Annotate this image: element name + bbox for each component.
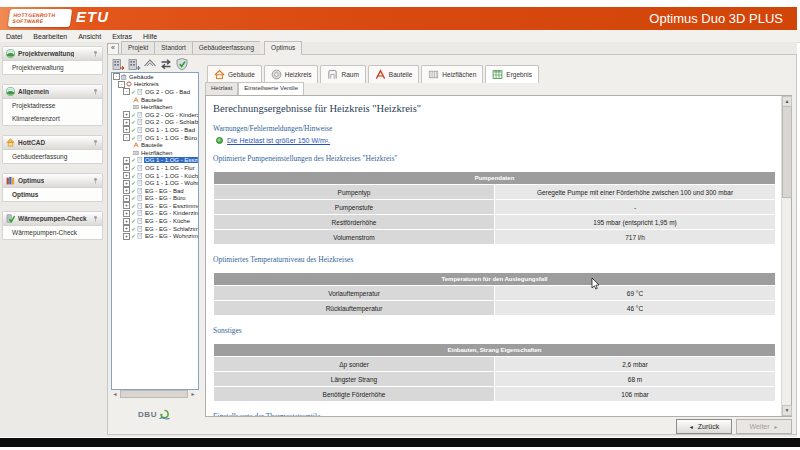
sidebar-section-header-w-rmepumpen-check[interactable]: Wärmepumpen-Check [3, 212, 102, 226]
pin-icon[interactable] [92, 88, 99, 95]
tree-item[interactable]: +✓OG 1 - 1.OG - Bad [112, 126, 198, 134]
scroll-right-icon[interactable]: ► [189, 390, 197, 398]
swap-arrows-icon[interactable] [159, 57, 173, 71]
tree-item[interactable]: -✓OG 2 - OG - Bad [112, 88, 198, 96]
tree-expander-icon[interactable]: - [123, 88, 130, 95]
workspace-tab-geb-udeerfassung[interactable]: Gebäudeerfassung [192, 41, 260, 55]
tree-expander-icon[interactable]: - [113, 73, 120, 80]
tab-ergebnis[interactable]: Ergebnis [485, 65, 539, 83]
wizard-button-bar: ◄ Zurück Weiter ► [676, 419, 792, 432]
tree-item[interactable]: +✓OG 1 - 1.OG - Wohnzimmer [112, 179, 198, 187]
tab-label: Heizkreis [285, 71, 312, 78]
tree-expander-icon[interactable]: + [123, 111, 130, 118]
tree-expander-icon[interactable]: + [123, 126, 130, 133]
tree-item[interactable]: +✓EG - EG - Kinderzimmer [112, 210, 198, 218]
check-icon: ✓ [131, 165, 136, 171]
tab-bauteile[interactable]: Bauteile [368, 65, 420, 83]
pin-icon[interactable] [92, 215, 99, 222]
scrollbar-thumb[interactable] [120, 390, 188, 398]
tree-expander-icon[interactable]: + [123, 119, 130, 126]
menu-hilfe[interactable]: Hilfe [143, 33, 157, 40]
workspace-tab-optimus[interactable]: Optimus [264, 41, 302, 55]
vertical-scrollbar[interactable]: ▲ ▼ [781, 96, 791, 416]
tree-item[interactable]: Heizflächen [112, 103, 198, 111]
tree-item[interactable]: +✓OG 2 - OG - Schlafzimmer [112, 119, 198, 127]
tree-item[interactable]: +✓OG 2 - OG - Kinderzimmer [112, 111, 198, 119]
tree-expander-icon[interactable]: - [118, 81, 125, 88]
tree-item[interactable]: -✓OG 1 - 1.OG - Büro [112, 134, 198, 142]
tree-expander-icon[interactable]: + [123, 218, 130, 225]
tab-heizfl-chen[interactable]: Heizflächen [421, 65, 483, 83]
tree-expander-icon[interactable]: + [123, 164, 130, 171]
room [137, 89, 143, 95]
menu-bearbeiten[interactable]: Bearbeiten [33, 33, 67, 40]
tree-item[interactable]: +✓OG 1 - 1.OG - Flur [112, 164, 198, 172]
tree-item[interactable]: +✓EG - EG - Büro [112, 195, 198, 203]
tree-item[interactable]: +✓EG - EG - Wohnzimmer [112, 232, 198, 240]
sidebar-section-header-allgemein[interactable]: Allgemein [3, 85, 102, 99]
house-icon [6, 138, 15, 147]
tree-item[interactable]: +✓EG - EG - Küche [112, 217, 198, 225]
scroll-left-icon[interactable]: ◄ [111, 390, 119, 398]
sidebar-item-geb-udeerfassung[interactable]: Gebäudeerfassung [3, 150, 102, 163]
warning-link[interactable]: Die Heizlast ist größer 150 W/m². [227, 137, 330, 144]
sidebar-section-header-projektverwaltung[interactable]: Projektverwaltung [3, 47, 102, 61]
warning-bullet-icon [216, 137, 223, 144]
tree-expander-icon[interactable]: + [123, 195, 130, 202]
sidebar-section-header-optimus[interactable]: Optimus [3, 174, 102, 188]
results-panel: Berechnungsergebnisse für Heizkreis "Hei… [205, 95, 792, 417]
tree-expander-icon[interactable]: - [123, 134, 130, 141]
next-button[interactable]: Weiter ► [736, 419, 792, 434]
check-icon: ✓ [131, 203, 136, 209]
tree-expander-icon[interactable]: + [123, 210, 130, 217]
tree-expander-icon[interactable]: + [123, 202, 130, 209]
workspace-tab-projekt[interactable]: Projekt [121, 41, 154, 55]
tree-item[interactable]: Heizflächen [112, 149, 198, 157]
sidebar-item-projektverwaltung[interactable]: Projektverwaltung [3, 61, 102, 74]
menu-ansicht[interactable]: Ansicht [78, 33, 101, 40]
pin-icon[interactable] [92, 177, 99, 184]
scroll-down-icon[interactable]: ▼ [782, 405, 792, 416]
pin-icon[interactable] [92, 139, 99, 146]
menu-datei[interactable]: Datei [6, 33, 22, 40]
pin-icon[interactable] [92, 50, 99, 57]
menu-extras[interactable]: Extras [112, 33, 132, 40]
subtab-heizlast[interactable]: Heizlast [205, 82, 238, 95]
tree-item[interactable]: +✓OG 1 - 1.OG - Küche [112, 172, 198, 180]
tree-expander-icon[interactable]: + [123, 187, 130, 194]
scrollbar-thumb[interactable] [782, 106, 792, 198]
building-add-icon[interactable] [127, 57, 141, 71]
roof-icon[interactable] [143, 57, 157, 71]
workspace-tab-standort[interactable]: Standort [154, 41, 192, 55]
tree-expander-icon[interactable]: + [123, 172, 130, 179]
tab-raum[interactable]: Raum [320, 65, 365, 83]
tree-item[interactable]: Bauteile [112, 96, 198, 104]
sidebar-section-header-hottcad[interactable]: HottCAD [3, 136, 102, 150]
shield-check-icon[interactable] [175, 57, 189, 71]
sidebar-item-projektadresse[interactable]: Projektadresse [3, 99, 102, 112]
tree-item[interactable]: -Gebäude [112, 73, 198, 81]
tree-expander-icon[interactable]: + [123, 180, 130, 187]
tree-expander-icon[interactable]: + [123, 225, 130, 232]
tree-item[interactable]: +✓EG - EG - Bad [112, 187, 198, 195]
building-export-icon[interactable] [111, 57, 125, 71]
tab-heizkreis[interactable]: Heizkreis [264, 65, 319, 83]
tree-item[interactable]: +✓EG - EG - Schlafzimmer [112, 225, 198, 233]
sidebar-item-w-rmepumpen-check[interactable]: Wärmepumpen-Check [3, 226, 102, 239]
tree-expander-icon[interactable]: + [123, 157, 130, 164]
sidebar-item-optimus[interactable]: Optimus [3, 188, 102, 201]
check-icon: ✓ [131, 195, 136, 201]
check-icon: ✓ [131, 233, 136, 239]
tree-item[interactable]: Bauteile [112, 141, 198, 149]
tree-item[interactable]: +✓OG 1 - 1.OG - Esszimmer [112, 157, 198, 165]
tree-horizontal-scrollbar[interactable]: ◄ ► [111, 390, 197, 398]
warnings-heading: Warnungen/Fehlermeldungen/Hinweise [213, 124, 776, 133]
tree-expander-icon[interactable]: + [123, 233, 130, 240]
back-button[interactable]: ◄ Zurück [676, 419, 732, 434]
subtab-einstellwerte-ventile[interactable]: Einstellwerte Ventile [238, 82, 304, 95]
tree-item[interactable]: -Heizkreis [112, 81, 198, 89]
tab-label: Gebäude [228, 71, 255, 78]
tree-item[interactable]: +✓EG - EG - Esszimmer [112, 202, 198, 210]
sidebar-item-klimareferenzort[interactable]: Klimareferenzort [3, 112, 102, 125]
tab-geb-ude[interactable]: Gebäude [207, 65, 262, 83]
